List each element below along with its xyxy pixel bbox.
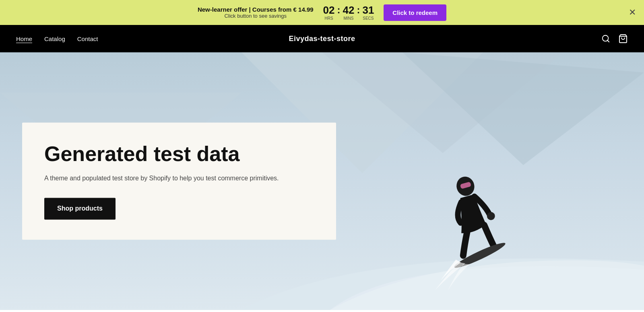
announcement-bar: New-learner offer | Courses from € 14.99… xyxy=(0,0,644,25)
hero-section: Generated test data A theme and populate… xyxy=(0,52,644,310)
redeem-button[interactable]: Click to redeem xyxy=(384,4,446,21)
nav-center: Eivydas-test-store xyxy=(289,35,355,43)
countdown-sep-1: : xyxy=(336,4,342,16)
close-announcement-button[interactable]: ✕ xyxy=(629,8,636,17)
nav-link-home[interactable]: Home xyxy=(16,35,32,42)
countdown-minutes-label: Mins xyxy=(343,16,353,21)
countdown-hours: 02 Hrs xyxy=(323,4,335,21)
announcement-main-text: New-learner offer | Courses from € 14.99 xyxy=(198,6,314,13)
hero-subtitle: A theme and populated test store by Shop… xyxy=(44,174,312,184)
announcement-sub-text: Click button to see savings xyxy=(198,13,314,19)
cart-button[interactable] xyxy=(618,34,628,43)
countdown-minutes: 42 Mins xyxy=(343,4,355,21)
countdown-seconds-value: 31 xyxy=(362,4,374,16)
nav-link-catalog[interactable]: Catalog xyxy=(44,35,65,42)
store-name: Eivydas-test-store xyxy=(289,35,355,43)
countdown-minutes-value: 42 xyxy=(343,4,355,16)
countdown-seconds-label: Secs xyxy=(363,16,374,21)
countdown-hours-label: Hrs xyxy=(324,16,333,21)
hero-title: Generated test data xyxy=(44,143,312,165)
countdown-seconds: 31 Secs xyxy=(362,4,374,21)
shop-products-button[interactable]: Shop products xyxy=(44,198,116,220)
nav-left: Home Catalog Contact xyxy=(16,35,98,42)
announcement-content: New-learner offer | Courses from € 14.99… xyxy=(198,4,446,21)
nav-link-contact[interactable]: Contact xyxy=(77,35,98,42)
countdown-hours-value: 02 xyxy=(323,4,335,16)
countdown-sep-2: : xyxy=(355,4,361,16)
search-icon xyxy=(601,34,610,43)
cart-icon xyxy=(618,34,628,43)
announcement-text: New-learner offer | Courses from € 14.99… xyxy=(198,6,314,19)
countdown: 02 Hrs : 42 Mins : 31 Secs xyxy=(323,4,374,21)
navbar: Home Catalog Contact Eivydas-test-store xyxy=(0,25,644,52)
hero-card: Generated test data A theme and populate… xyxy=(22,122,336,240)
svg-line-1 xyxy=(607,40,609,42)
search-button[interactable] xyxy=(601,34,610,43)
nav-right xyxy=(601,34,628,43)
